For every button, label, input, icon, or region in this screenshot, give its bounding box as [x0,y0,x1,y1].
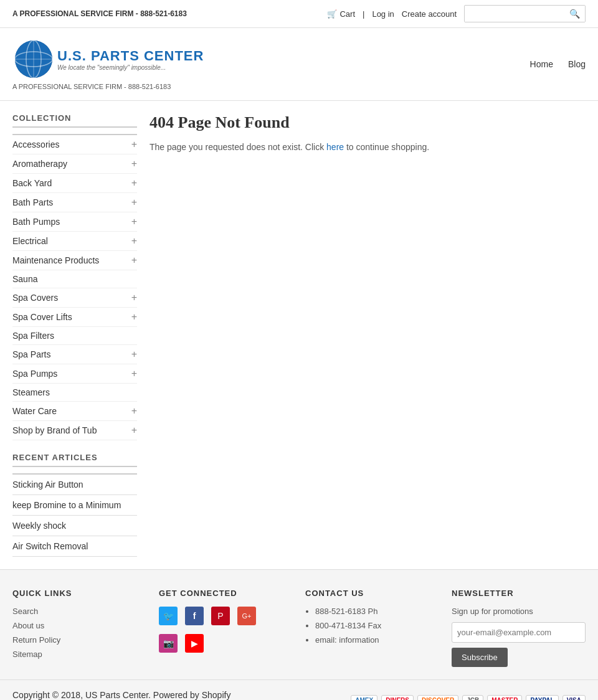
continue-shopping-link[interactable]: here [326,142,344,152]
logo-company-name: U.S. PARTS CENTER [57,48,204,64]
footer-connected: GET CONNECTED 🐦 f P G+ 📷 ▶ [159,589,293,667]
login-link[interactable]: Log in [372,9,394,19]
pinterest-icon[interactable]: P [211,607,230,625]
quick-link-about[interactable]: About us [12,621,146,630]
copyright-text: Copyright © 2018, US Parts Center. Power… [12,690,230,700]
contact-email: email: information [315,635,439,645]
search-input[interactable] [465,6,564,22]
top-bar-firm-info: A PROFESSIONAL SERVICE FIRM - 888-521-61… [12,9,187,18]
contact-title: CONTACT US [305,589,439,598]
sidebar-item-maintenance[interactable]: Maintenance Products + [12,251,137,270]
layout: COLLECTION Accessories + Aromatherapy + … [0,101,598,569]
cart-label: Cart [339,9,355,19]
quick-link-return[interactable]: Return Policy [12,635,146,645]
sidebar-item-shop-by-brand[interactable]: Shop by Brand of Tub + [12,421,137,440]
social-icons-row2: 📷 ▶ [159,634,293,653]
expand-icon: + [131,349,137,360]
sidebar-item-label: Sauna [12,274,37,284]
error-text2: to continue shopping. [346,142,429,152]
newsletter-subtitle: Sign up for promotions [452,607,586,616]
expand-icon: + [131,158,137,169]
sidebar-item-water-care[interactable]: Water Care + [12,402,137,421]
quick-link-sitemap[interactable]: Sitemap [12,650,146,659]
expand-icon: + [131,139,137,150]
header-subtitle: A PROFESSIONAL SERVICE FIRM - 888-521-61… [12,83,206,90]
sidebar: COLLECTION Accessories + Aromatherapy + … [12,113,137,557]
article-link-1[interactable]: Sticking Air Button [12,480,83,490]
nav-home[interactable]: Home [530,59,553,69]
logo-globe [15,40,52,78]
sidebar-item-label: Back Yard [12,178,52,188]
quick-links-title: QUICK LINKS [12,589,146,598]
footer-grid: QUICK LINKS Search About us Return Polic… [12,589,586,667]
main-nav: Home Blog [530,59,586,69]
sidebar-item-label: Spa Cover Lifts [12,312,72,322]
expand-icon: + [131,368,137,379]
sidebar-item-label: Accessories [12,140,59,149]
divider-bar: | [363,9,364,19]
article-link-3[interactable]: Weekly shock [12,521,66,531]
cart-link[interactable]: 🛒 Cart [327,9,355,19]
sidebar-item-bath-parts[interactable]: Bath Parts + [12,193,137,212]
googleplus-icon[interactable]: G+ [237,607,256,625]
payment-jcb: JCB [462,695,483,701]
youtube-icon[interactable]: ▶ [185,634,204,653]
contact-phone: 888-521-6183 Ph [315,607,439,616]
logo[interactable]: U.S. PARTS CENTER We locate the "seeming… [12,38,206,80]
top-bar-right: 🛒 Cart | Log in Create account 🔍 [327,5,586,22]
sidebar-item-sauna[interactable]: Sauna [12,270,137,288]
footer-copyright: Copyright © 2018, US Parts Center. Power… [12,690,230,700]
article-item-2[interactable]: keep Bromine to a Minimum [12,495,137,516]
article-item-1[interactable]: Sticking Air Button [12,475,137,495]
sidebar-item-label: Water Care [12,406,57,416]
article-item-3[interactable]: Weekly shock [12,516,137,536]
sidebar-item-spa-covers[interactable]: Spa Covers + [12,288,137,308]
sidebar-item-steamers[interactable]: Steamers [12,384,137,402]
sidebar-item-spa-pumps[interactable]: Spa Pumps + [12,364,137,384]
sidebar-item-accessories[interactable]: Accessories + [12,135,137,154]
sidebar-item-electrical[interactable]: Electrical + [12,232,137,251]
expand-icon: + [131,311,137,323]
payment-visa: VISA [562,695,586,701]
get-connected-title: GET CONNECTED [159,589,293,598]
sidebar-item-bath-pumps[interactable]: Bath Pumps + [12,212,137,232]
facebook-icon[interactable]: f [185,607,204,625]
subscribe-button[interactable]: Subscribe [452,648,508,667]
quick-link-search[interactable]: Search [12,607,146,616]
expand-icon: + [131,235,137,247]
error-text: The page you requested does not exist. C… [150,142,324,152]
sidebar-item-label: Bath Pumps [12,217,60,227]
logo-text: U.S. PARTS CENTER We locate the "seeming… [57,48,204,71]
expand-icon: + [131,216,137,227]
payment-amex: AMEX [351,695,377,701]
expand-icon: + [131,425,137,436]
create-account-link[interactable]: Create account [402,9,457,19]
sidebar-item-label: Bath Parts [12,197,53,207]
twitter-icon[interactable]: 🐦 [159,607,178,625]
expand-icon: + [131,197,137,208]
error-title: 404 Page Not Found [150,113,586,132]
article-link-4[interactable]: Air Switch Removal [12,541,88,551]
contact-fax: 800-471-8134 Fax [315,621,439,630]
instagram-icon[interactable]: 📷 [159,634,178,653]
nav-blog[interactable]: Blog [568,59,586,69]
footer-quick-links: QUICK LINKS Search About us Return Polic… [12,589,146,667]
sidebar-item-spa-parts[interactable]: Spa Parts + [12,345,137,364]
sidebar-item-spa-filters[interactable]: Spa Filters [12,327,137,345]
newsletter-email-input[interactable] [452,622,586,643]
expand-icon: + [131,292,137,303]
sidebar-item-label: Spa Parts [12,349,50,359]
sidebar-item-label: Maintenance Products [12,255,99,265]
payment-icons: AMEX DINERS DISCOVER JCB MASTER PAYPAL V… [351,695,586,701]
footer-newsletter: NEWSLETTER Sign up for promotions Subscr… [452,589,586,667]
footer: QUICK LINKS Search About us Return Polic… [0,569,598,679]
search-button[interactable]: 🔍 [564,6,585,22]
contact-list: 888-521-6183 Ph 800-471-8134 Fax email: … [305,607,439,645]
article-item-4[interactable]: Air Switch Removal [12,536,137,557]
sidebar-item-spa-cover-lifts[interactable]: Spa Cover Lifts + [12,308,137,327]
main-content: 404 Page Not Found The page you requeste… [150,113,586,557]
sidebar-item-backyard[interactable]: Back Yard + [12,174,137,193]
payment-master: MASTER [487,695,522,701]
sidebar-item-aromatherapy[interactable]: Aromatherapy + [12,154,137,174]
article-link-2[interactable]: keep Bromine to a Minimum [12,500,121,510]
